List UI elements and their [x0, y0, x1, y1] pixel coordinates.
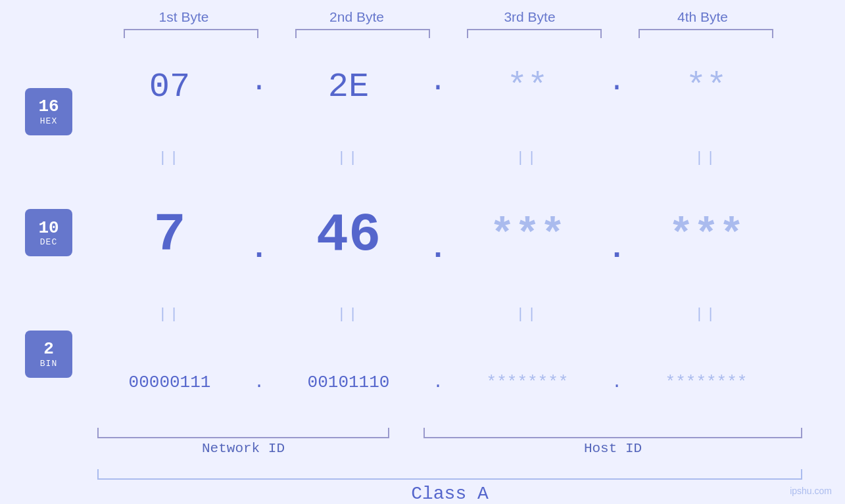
dec-byte1-value: 7: [153, 209, 185, 263]
dec-dot1: .: [250, 232, 268, 266]
hex-byte4: **: [634, 68, 779, 106]
dec-byte3: ***: [455, 215, 600, 257]
rows-area: 16 HEX 10 DEC 2 BIN 07: [0, 38, 845, 428]
hex-sep2: .: [421, 65, 455, 108]
hex-byte1-value: 07: [149, 68, 190, 106]
byte-headers: 1st Byte 2nd Byte 3rd Byte 4th Byte: [0, 0, 845, 25]
hex-byte4-value: **: [686, 68, 727, 106]
bin-sep1: .: [242, 373, 276, 392]
eq1-b2-val: ||: [337, 150, 360, 166]
eq2-b1-val: ||: [158, 306, 181, 323]
dec-row: 7 . 46 . *** .: [97, 206, 845, 265]
top-brackets: [0, 29, 845, 38]
dec-sep2: .: [421, 206, 455, 266]
eq2-b2-val: ||: [337, 306, 360, 323]
host-id-label: Host ID: [423, 441, 802, 456]
equals-row2: || || || ||: [97, 304, 845, 324]
network-id-label: Network ID: [97, 441, 389, 456]
bin-byte4: ********: [634, 373, 779, 392]
hex-byte3: **: [455, 68, 600, 106]
hex-badge-label: HEX: [40, 116, 57, 126]
dec-sep1: .: [242, 206, 276, 266]
dec-byte1: 7: [97, 209, 242, 263]
eq2-b3-val: ||: [516, 306, 539, 323]
bin-sep2: .: [421, 373, 455, 392]
label-gap: [389, 441, 423, 456]
byte3-header: 3rd Byte: [443, 9, 616, 25]
dec-byte4-value: ***: [668, 215, 744, 257]
eq1-b1-val: ||: [158, 150, 181, 166]
bottom-labels-row: Network ID Host ID: [97, 441, 845, 456]
dec-byte2: 46: [276, 209, 421, 263]
eq1-b3-val: ||: [516, 150, 539, 166]
hex-dot2: .: [429, 65, 447, 108]
bin-badge-number: 2: [43, 340, 54, 359]
hex-byte2: 2E: [276, 68, 421, 106]
dec-byte4: ***: [634, 215, 779, 257]
dec-badge-number: 10: [38, 219, 59, 238]
bin-row: 00000111 . 00101110 . ********: [97, 363, 845, 402]
dec-badge-label: DEC: [40, 237, 57, 247]
bracket-byte4: [639, 29, 773, 38]
hex-byte1: 07: [97, 68, 242, 106]
bracket-byte3: [467, 29, 602, 38]
dec-byte3-value: ***: [489, 215, 565, 257]
bin-badge-label: BIN: [40, 359, 57, 369]
eq2-byte3: ||: [455, 306, 600, 323]
bin-byte4-value: ********: [665, 373, 748, 392]
bottom-brackets-row: [97, 428, 845, 438]
dec-dot2: .: [429, 232, 447, 266]
hex-badge: 16 HEX: [25, 88, 72, 135]
hex-dot3: .: [608, 65, 625, 108]
bin-byte1-value: 00000111: [129, 373, 211, 392]
bracket-byte1: [124, 29, 258, 38]
eq2-byte4: ||: [634, 306, 779, 323]
eq1-byte3: ||: [455, 150, 600, 166]
dec-sep3: .: [600, 206, 634, 266]
bracket-network-id: [97, 428, 389, 438]
eq2-byte2: ||: [276, 306, 421, 323]
eq1-byte2: ||: [276, 150, 421, 166]
bracket-byte2: [295, 29, 430, 38]
eq1-b4-val: ||: [695, 150, 717, 166]
badges-column: 16 HEX 10 DEC 2 BIN: [0, 38, 97, 428]
bin-byte1: 00000111: [97, 373, 242, 392]
eq1-byte1: ||: [97, 150, 242, 166]
bin-dot3: .: [612, 373, 622, 392]
values-columns: 07 . 2E . ** .: [97, 38, 845, 428]
dec-dot3: .: [608, 232, 626, 266]
bin-dot1: .: [254, 373, 264, 392]
bin-badge: 2 BIN: [25, 331, 72, 378]
hex-dot1: .: [251, 65, 268, 108]
bin-byte3-value: ********: [487, 373, 569, 392]
bracket-gap: [389, 428, 423, 438]
dec-byte2-value: 46: [316, 209, 381, 263]
hex-byte3-value: **: [507, 68, 548, 106]
bottom-area: Network ID Host ID: [0, 428, 845, 463]
dec-badge: 10 DEC: [25, 209, 72, 256]
hex-byte2-value: 2E: [328, 68, 369, 106]
class-bracket-line: [97, 469, 802, 480]
byte2-header: 2nd Byte: [270, 9, 443, 25]
bin-byte2: 00101110: [276, 373, 421, 392]
equals-row1: || || || ||: [97, 149, 845, 168]
hex-row: 07 . 2E . ** .: [97, 64, 845, 110]
bracket-host-id: [423, 428, 802, 438]
byte1-header: 1st Byte: [97, 9, 270, 25]
eq2-b4-val: ||: [695, 306, 717, 323]
bin-dot2: .: [433, 373, 443, 392]
bin-byte2-value: 00101110: [308, 373, 390, 392]
eq1-byte4: ||: [634, 150, 779, 166]
hex-sep1: .: [242, 65, 276, 108]
hex-sep3: .: [600, 65, 634, 108]
eq2-byte1: ||: [97, 306, 242, 323]
class-label: Class A: [97, 484, 802, 504]
hex-badge-number: 16: [38, 97, 59, 116]
bin-sep3: .: [600, 373, 634, 392]
bin-byte3: ********: [455, 373, 600, 392]
byte4-header: 4th Byte: [616, 9, 789, 25]
main-container: 1st Byte 2nd Byte 3rd Byte 4th Byte 16 H…: [0, 0, 845, 504]
watermark: ipshu.com: [790, 486, 832, 496]
class-row: Class A: [0, 469, 845, 504]
